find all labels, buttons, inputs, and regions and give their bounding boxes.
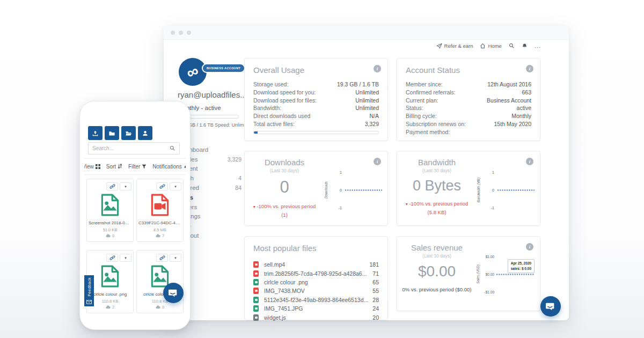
popular-file-row[interactable]: IMG_7438.MOV55 — [253, 286, 379, 295]
notifications-button[interactable]: Notifications 9 — [152, 164, 186, 170]
svg-text:Downloads: Downloads — [324, 181, 328, 199]
search-field[interactable] — [88, 142, 180, 155]
notifications-button[interactable] — [522, 43, 528, 49]
copy-link-button[interactable] — [156, 182, 168, 190]
share-link-icon — [159, 255, 165, 261]
sidebar-item-count: 4 — [238, 175, 241, 181]
bandwidth-value: 0 Bytes — [397, 178, 477, 194]
file-size: 51.0 KB — [87, 227, 133, 232]
overall-usage-card: Overall Usage i Storage used:19.3 GB / 1… — [244, 58, 388, 141]
window-control-dot[interactable] — [187, 31, 191, 35]
popular-file-row[interactable]: sell.mp4181 — [253, 260, 379, 269]
svg-text:-1: -1 — [491, 206, 494, 210]
feedback-tab[interactable]: Feedback — [84, 275, 94, 306]
phone-file-card: ▾C339F21C-94DC-4A...8.5 MB7 — [136, 179, 184, 242]
dropdown-button[interactable]: ▾ — [170, 254, 181, 262]
folder-open-button[interactable] — [121, 126, 136, 140]
stat-value: 19.3 GB / 1.6 TB — [337, 81, 379, 89]
search-button[interactable] — [509, 43, 515, 49]
chat-bubble-icon — [546, 302, 555, 311]
file-download-count: 0 — [112, 233, 114, 238]
chat-bubble-icon — [169, 288, 178, 298]
card-title: Downloads — [245, 158, 324, 167]
info-icon[interactable]: i — [526, 65, 533, 72]
chat-launcher-button[interactable] — [163, 283, 184, 303]
card-subtitle: (Last 30 days) — [397, 253, 477, 259]
popular-file-row[interactable]: IMG_7451.JPG24 — [253, 304, 379, 313]
avatar[interactable]: ∞ — [179, 58, 207, 86]
copy-link-button[interactable] — [106, 254, 118, 262]
phone-action-buttons — [88, 126, 152, 140]
downloads-delta: ▾ -100% vs. previous period (1) — [245, 202, 324, 219]
file-card-actions: ▾ — [156, 254, 181, 262]
popular-file-row[interactable]: trim.2b8256f5-7cda-4798-925d-a428a6...71 — [253, 269, 379, 277]
window-control-dot[interactable] — [171, 31, 175, 35]
download-count-icon — [156, 305, 160, 309]
search-icon — [509, 43, 515, 49]
file-type-icon — [253, 279, 259, 285]
funnel-icon — [142, 164, 147, 169]
download-count-icon — [106, 234, 111, 238]
search-input[interactable] — [92, 145, 170, 151]
stat-label: Current plan: — [406, 97, 438, 105]
copy-link-button[interactable] — [106, 182, 118, 190]
file-type-icon — [253, 270, 259, 277]
stat-label: Status: — [406, 105, 423, 113]
bandwidth-card: i Bandwidth (Last 30 days) 0 Bytes ▾ -10… — [397, 151, 540, 226]
sales-delta: 0% vs. previous period ($0.00) — [397, 285, 477, 294]
info-icon[interactable]: i — [374, 65, 381, 72]
upload-icon — [92, 130, 99, 137]
folder-icon — [108, 130, 115, 137]
stat-label: Subscription renews on: — [406, 121, 466, 129]
dashboard-header: Refer & earn Home ... — [436, 42, 541, 49]
popular-file-row[interactable]: cirlcle colour .png65 — [253, 278, 379, 286]
stat-value: Unlimited — [355, 89, 379, 97]
stat-value: Unlimited — [355, 97, 379, 105]
window-control-dot[interactable] — [179, 31, 183, 35]
bell-icon — [522, 43, 528, 49]
svg-text:-1: -1 — [339, 206, 342, 210]
file-download-count: 28 — [372, 297, 379, 303]
stat-value: N/A — [369, 113, 379, 121]
popular-file-row[interactable]: 5112e345-f23e-49ab-8993-864ee6513d...28 — [253, 296, 379, 304]
account-rows: Member since:12th August 2016Confirmed r… — [406, 81, 531, 137]
file-download-count: 20 — [372, 314, 379, 321]
bandwidth-sparkline-chart: Bandwidth (MB) 1 0 -1 — [475, 161, 537, 219]
stat-row: Billing cycle:Monthly — [406, 113, 531, 121]
copy-link-button[interactable] — [156, 254, 168, 262]
file-download-count: 181 — [369, 261, 379, 268]
down-caret-icon: ▾ — [406, 202, 408, 207]
uploadfiles-logo-icon: ∞ — [184, 62, 201, 82]
refer-earn-link[interactable]: Refer & earn — [436, 43, 473, 49]
dropdown-button[interactable]: ▾ — [120, 254, 131, 262]
upload-button[interactable] — [88, 126, 103, 140]
stat-label: Storage used: — [253, 81, 288, 89]
file-name: IMG_7438.MOV — [264, 288, 368, 294]
chat-launcher-button[interactable] — [540, 296, 561, 317]
dropdown-button[interactable]: ▾ — [170, 182, 181, 190]
folder-button[interactable] — [105, 126, 119, 140]
popular-files-card: Most popular files sell.mp4181trim.2b825… — [244, 236, 388, 320]
file-name: IMG_7451.JPG — [264, 305, 368, 312]
stat-label: Payment method: — [406, 129, 450, 137]
downloads-sparkline-chart: Downloads 1 0 -1 — [323, 161, 384, 219]
file-name: Screenshot 2018-06-... — [89, 221, 131, 225]
home-link[interactable]: Home — [480, 43, 501, 49]
file-download-count: 0 — [162, 305, 164, 310]
sidebar-item-count: 84 — [235, 185, 241, 191]
divider — [84, 174, 186, 175]
stat-row: Current plan:Business Account — [406, 97, 531, 105]
view-button[interactable]: View — [84, 164, 100, 170]
image-file-icon — [98, 264, 122, 288]
sort-button[interactable]: Sort — [106, 164, 122, 170]
popular-file-row[interactable]: widget.js20 — [253, 313, 379, 321]
more-menu-button[interactable]: ... — [535, 42, 541, 49]
stat-value: 15th May 2020 — [494, 121, 531, 129]
dropdown-button[interactable]: ▾ — [120, 182, 131, 190]
filter-button[interactable]: Filter — [128, 164, 147, 170]
video-file-icon — [148, 193, 172, 217]
down-caret-icon: ▾ — [253, 204, 255, 209]
account-button[interactable] — [138, 126, 152, 140]
stat-row: Total active files:3,329 — [253, 121, 379, 129]
folder-open-icon — [125, 130, 132, 137]
